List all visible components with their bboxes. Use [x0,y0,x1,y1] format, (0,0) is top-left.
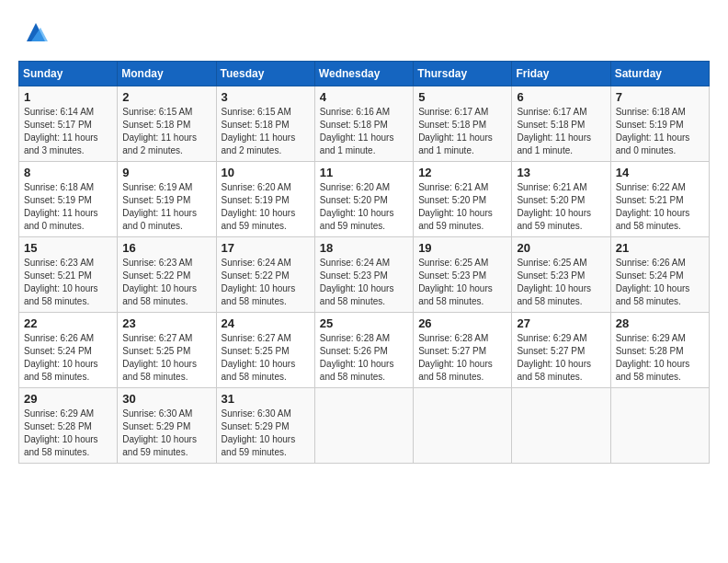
calendar-cell: 8 Sunrise: 6:18 AM Sunset: 5:19 PM Dayli… [19,162,118,237]
calendar-cell: 15 Sunrise: 6:23 AM Sunset: 5:21 PM Dayl… [19,237,118,313]
day-number: 27 [517,316,605,330]
calendar-cell: 2 Sunrise: 6:15 AM Sunset: 5:18 PM Dayli… [118,86,216,162]
week-row-3: 15 Sunrise: 6:23 AM Sunset: 5:21 PM Dayl… [19,237,710,313]
day-number: 9 [122,166,210,179]
day-info: Sunrise: 6:18 AM Sunset: 5:19 PM Dayligh… [24,181,112,233]
calendar-table: SundayMondayTuesdayWednesdayThursdayFrid… [18,61,710,464]
logo [18,18,50,46]
day-number: 7 [616,90,704,104]
calendar-cell: 12 Sunrise: 6:21 AM Sunset: 5:20 PM Dayl… [414,162,512,237]
week-row-4: 22 Sunrise: 6:26 AM Sunset: 5:24 PM Dayl… [19,313,710,388]
col-header-tuesday: Tuesday [216,62,314,86]
day-number: 19 [418,241,506,255]
day-number: 5 [418,90,506,104]
day-number: 30 [122,392,210,406]
day-info: Sunrise: 6:15 AM Sunset: 5:18 PM Dayligh… [122,106,210,157]
calendar-cell: 14 Sunrise: 6:22 AM Sunset: 5:21 PM Dayl… [610,162,709,237]
day-info: Sunrise: 6:27 AM Sunset: 5:25 PM Dayligh… [222,332,310,384]
day-number: 3 [222,90,310,104]
col-header-monday: Monday [118,62,216,86]
day-number: 14 [616,166,704,179]
calendar-cell: 21 Sunrise: 6:26 AM Sunset: 5:24 PM Dayl… [610,237,709,313]
calendar-cell: 18 Sunrise: 6:24 AM Sunset: 5:23 PM Dayl… [314,237,413,313]
day-info: Sunrise: 6:17 AM Sunset: 5:18 PM Dayligh… [418,106,506,157]
calendar-cell: 23 Sunrise: 6:27 AM Sunset: 5:25 PM Dayl… [118,313,216,388]
day-info: Sunrise: 6:24 AM Sunset: 5:23 PM Dayligh… [320,257,408,308]
calendar-cell [314,388,413,464]
calendar-cell: 31 Sunrise: 6:30 AM Sunset: 5:29 PM Dayl… [216,388,314,464]
day-number: 10 [222,166,310,179]
day-number: 1 [24,90,112,104]
calendar-cell: 22 Sunrise: 6:26 AM Sunset: 5:24 PM Dayl… [19,313,118,388]
calendar-cell: 7 Sunrise: 6:18 AM Sunset: 5:19 PM Dayli… [610,86,709,162]
day-number: 12 [418,166,506,179]
day-info: Sunrise: 6:22 AM Sunset: 5:21 PM Dayligh… [616,181,704,233]
calendar-cell: 28 Sunrise: 6:29 AM Sunset: 5:28 PM Dayl… [610,313,709,388]
page-header [18,18,710,46]
day-number: 24 [222,316,310,330]
calendar-cell: 16 Sunrise: 6:23 AM Sunset: 5:22 PM Dayl… [118,237,216,313]
day-number: 29 [24,392,112,406]
day-info: Sunrise: 6:29 AM Sunset: 5:27 PM Dayligh… [517,332,605,384]
day-info: Sunrise: 6:23 AM Sunset: 5:22 PM Dayligh… [122,257,210,308]
calendar-cell: 6 Sunrise: 6:17 AM Sunset: 5:18 PM Dayli… [512,86,610,162]
day-info: Sunrise: 6:26 AM Sunset: 5:24 PM Dayligh… [24,332,112,384]
calendar-cell: 17 Sunrise: 6:24 AM Sunset: 5:22 PM Dayl… [216,237,314,313]
day-info: Sunrise: 6:18 AM Sunset: 5:19 PM Dayligh… [616,106,704,157]
day-info: Sunrise: 6:29 AM Sunset: 5:28 PM Dayligh… [24,408,112,459]
day-info: Sunrise: 6:28 AM Sunset: 5:27 PM Dayligh… [418,332,506,384]
day-number: 8 [24,166,112,179]
day-info: Sunrise: 6:16 AM Sunset: 5:18 PM Dayligh… [320,106,408,157]
calendar-cell: 24 Sunrise: 6:27 AM Sunset: 5:25 PM Dayl… [216,313,314,388]
col-header-wednesday: Wednesday [314,62,413,86]
calendar-cell: 20 Sunrise: 6:25 AM Sunset: 5:23 PM Dayl… [512,237,610,313]
day-number: 4 [320,90,408,104]
col-header-friday: Friday [512,62,610,86]
col-header-thursday: Thursday [414,62,512,86]
day-info: Sunrise: 6:27 AM Sunset: 5:25 PM Dayligh… [122,332,210,384]
col-header-saturday: Saturday [610,62,709,86]
day-info: Sunrise: 6:24 AM Sunset: 5:22 PM Dayligh… [222,257,310,308]
col-header-sunday: Sunday [19,62,118,86]
calendar-cell: 29 Sunrise: 6:29 AM Sunset: 5:28 PM Dayl… [19,388,118,464]
day-number: 15 [24,241,112,255]
day-number: 23 [122,316,210,330]
day-number: 31 [222,392,310,406]
day-info: Sunrise: 6:30 AM Sunset: 5:29 PM Dayligh… [222,408,310,459]
day-number: 17 [222,241,310,255]
calendar-cell: 19 Sunrise: 6:25 AM Sunset: 5:23 PM Dayl… [414,237,512,313]
week-row-5: 29 Sunrise: 6:29 AM Sunset: 5:28 PM Dayl… [19,388,710,464]
calendar-header-row: SundayMondayTuesdayWednesdayThursdayFrid… [19,62,710,86]
calendar-cell: 11 Sunrise: 6:20 AM Sunset: 5:20 PM Dayl… [314,162,413,237]
day-number: 16 [122,241,210,255]
calendar-cell [512,388,610,464]
day-number: 20 [517,241,605,255]
calendar-cell: 30 Sunrise: 6:30 AM Sunset: 5:29 PM Dayl… [118,388,216,464]
day-info: Sunrise: 6:21 AM Sunset: 5:20 PM Dayligh… [517,181,605,233]
calendar-cell: 13 Sunrise: 6:21 AM Sunset: 5:20 PM Dayl… [512,162,610,237]
day-info: Sunrise: 6:20 AM Sunset: 5:19 PM Dayligh… [222,181,310,233]
day-info: Sunrise: 6:20 AM Sunset: 5:20 PM Dayligh… [320,181,408,233]
logo-icon [22,18,50,46]
calendar-cell: 27 Sunrise: 6:29 AM Sunset: 5:27 PM Dayl… [512,313,610,388]
day-number: 13 [517,166,605,179]
calendar-cell: 26 Sunrise: 6:28 AM Sunset: 5:27 PM Dayl… [414,313,512,388]
day-info: Sunrise: 6:26 AM Sunset: 5:24 PM Dayligh… [616,257,704,308]
calendar-cell [610,388,709,464]
day-number: 28 [616,316,704,330]
day-info: Sunrise: 6:30 AM Sunset: 5:29 PM Dayligh… [122,408,210,459]
calendar-cell [414,388,512,464]
day-info: Sunrise: 6:21 AM Sunset: 5:20 PM Dayligh… [418,181,506,233]
calendar-cell: 4 Sunrise: 6:16 AM Sunset: 5:18 PM Dayli… [314,86,413,162]
calendar-cell: 25 Sunrise: 6:28 AM Sunset: 5:26 PM Dayl… [314,313,413,388]
day-number: 26 [418,316,506,330]
calendar-cell: 3 Sunrise: 6:15 AM Sunset: 5:18 PM Dayli… [216,86,314,162]
day-info: Sunrise: 6:19 AM Sunset: 5:19 PM Dayligh… [122,181,210,233]
day-number: 2 [122,90,210,104]
calendar-cell: 1 Sunrise: 6:14 AM Sunset: 5:17 PM Dayli… [19,86,118,162]
day-number: 22 [24,316,112,330]
day-number: 6 [517,90,605,104]
week-row-2: 8 Sunrise: 6:18 AM Sunset: 5:19 PM Dayli… [19,162,710,237]
day-info: Sunrise: 6:17 AM Sunset: 5:18 PM Dayligh… [517,106,605,157]
day-info: Sunrise: 6:28 AM Sunset: 5:26 PM Dayligh… [320,332,408,384]
